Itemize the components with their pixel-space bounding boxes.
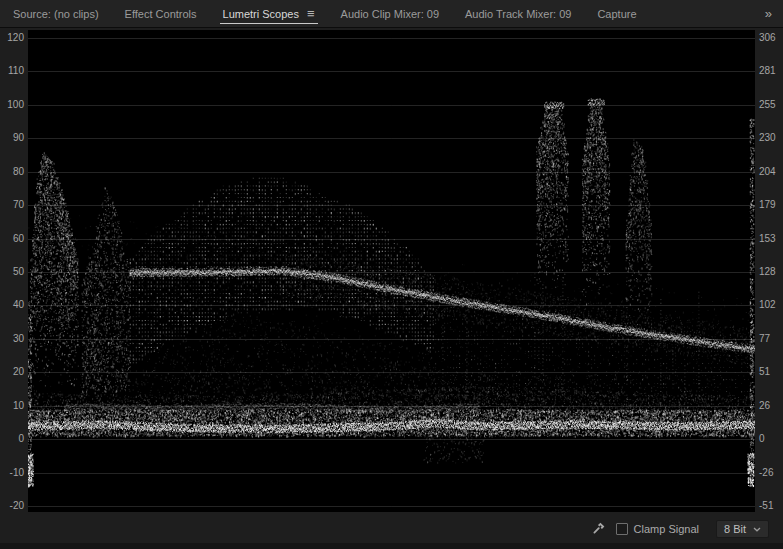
axis-label: 102 [759, 300, 776, 310]
tab-lumetri-scopes[interactable]: Lumetri Scopes≡ [210, 0, 328, 27]
axis-label: 179 [759, 200, 776, 210]
scope-settings-button[interactable] [591, 522, 605, 536]
tab-label: Audio Clip Mixer: 09 [341, 8, 439, 20]
tab-label: Capture [597, 8, 636, 20]
tab-source-no-clips[interactable]: Source: (no clips) [0, 0, 112, 27]
axis-label: 204 [759, 167, 776, 177]
tab-overflow-button[interactable]: » [754, 0, 783, 27]
scope-footer: Clamp Signal 8 Bit [0, 515, 783, 543]
axis-label: 30 [13, 334, 24, 344]
tab-label: Lumetri Scopes [223, 8, 299, 20]
tab-label: Effect Controls [125, 8, 197, 20]
tab-capture[interactable]: Capture [584, 0, 649, 27]
chevron-down-icon [753, 527, 761, 532]
tab-effect-controls[interactable]: Effect Controls [112, 0, 210, 27]
panel-bottom-edge [0, 543, 783, 549]
axis-label: -20 [10, 501, 24, 511]
panel-menu-icon[interactable]: ≡ [307, 7, 315, 20]
axis-label: 40 [13, 300, 24, 310]
lumetri-scopes-main: 1201101009080706050403020100-10-20 30628… [0, 28, 783, 515]
axis-label: 10 [13, 401, 24, 411]
axis-label: 70 [13, 200, 24, 210]
clamp-signal-control[interactable]: Clamp Signal [616, 523, 699, 535]
bit-depth-dropdown[interactable]: 8 Bit [716, 520, 769, 538]
axis-label: 128 [759, 267, 776, 277]
axis-label: 281 [759, 66, 776, 76]
axis-label: 50 [13, 267, 24, 277]
axis-label: 77 [759, 334, 770, 344]
axis-label: 120 [7, 33, 24, 43]
axis-label: 100 [7, 100, 24, 110]
8bit-axis: 3062812552302041791531281027751260-26-51 [758, 30, 783, 512]
axis-label: -51 [759, 501, 773, 511]
premiere-panel-window: Source: (no clips)Effect ControlsLumetri… [0, 0, 783, 549]
double-chevron-icon: » [765, 6, 772, 21]
axis-label: 80 [13, 167, 24, 177]
tab-label: Source: (no clips) [13, 8, 99, 20]
axis-label: 0 [759, 434, 765, 444]
waveform-scope-display [28, 30, 755, 512]
waveform-scope-plot [28, 30, 755, 512]
axis-label: 255 [759, 100, 776, 110]
axis-label: -10 [10, 468, 24, 478]
axis-label: 306 [759, 33, 776, 43]
tab-audio-track-mixer-09[interactable]: Audio Track Mixer: 09 [452, 0, 584, 27]
wrench-icon [591, 522, 605, 536]
ire-axis: 1201101009080706050403020100-10-20 [0, 30, 25, 512]
axis-label: 230 [759, 133, 776, 143]
bit-depth-value: 8 Bit [724, 523, 746, 535]
clamp-signal-label: Clamp Signal [634, 523, 699, 535]
axis-label: -26 [759, 468, 773, 478]
clamp-signal-checkbox[interactable] [616, 523, 628, 535]
axis-label: 0 [18, 434, 24, 444]
axis-label: 153 [759, 234, 776, 244]
panel-tabs: Source: (no clips)Effect ControlsLumetri… [0, 0, 650, 27]
tab-label: Audio Track Mixer: 09 [465, 8, 571, 20]
axis-label: 51 [759, 367, 770, 377]
axis-label: 110 [8, 66, 24, 76]
axis-label: 90 [13, 133, 24, 143]
panel-tab-bar: Source: (no clips)Effect ControlsLumetri… [0, 0, 783, 28]
tab-audio-clip-mixer-09[interactable]: Audio Clip Mixer: 09 [328, 0, 452, 27]
axis-label: 26 [759, 401, 770, 411]
axis-label: 60 [13, 234, 24, 244]
axis-label: 20 [13, 367, 24, 377]
